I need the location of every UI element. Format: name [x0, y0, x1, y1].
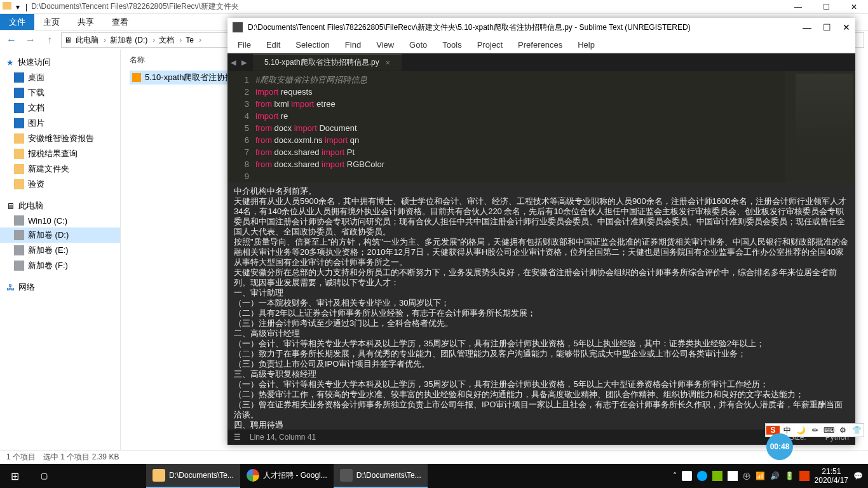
tab-next-icon[interactable]: ▶ [241, 58, 247, 67]
menu-project[interactable]: Project [471, 39, 509, 51]
taskbar-app[interactable]: D:\Documents\Te... [334, 464, 428, 488]
nav-item[interactable]: 下载 [0, 85, 120, 100]
nav-item[interactable]: 桌面 [0, 70, 120, 85]
task-view-button[interactable]: ▢ [29, 464, 58, 488]
system-tray[interactable]: ˄ ㊥ 📶 🔊 🔋 21:51 2020/4/17 💬 [668, 467, 868, 485]
sublime-file-icon [132, 73, 141, 82]
code-editor[interactable]: 123456789 #爬取安徽省注协官网招聘信息 import requests… [227, 71, 855, 182]
taskbar-app[interactable]: D:\Documents\Te... [146, 464, 240, 488]
menu-edit[interactable]: Edit [260, 39, 287, 51]
drive-item[interactable]: 新加卷 (D:) [0, 227, 120, 243]
ime-button[interactable]: 👕 [850, 426, 864, 435]
network-header[interactable]: 🖧网络 [0, 280, 120, 295]
explorer-titlebar[interactable]: ▾ | D:\Documents\Tencent Files\782262805… [0, 0, 868, 14]
file-item[interactable]: 5.10-xpath爬取省注协招 [130, 71, 236, 85]
ribbon-home[interactable]: 主页 [34, 14, 69, 30]
tab-label: 5.10-xpath爬取省注协招聘信息.py [264, 57, 379, 68]
sublime-status-bar: ☰ Line 14, Column 41 Tab Size: Python [227, 430, 855, 445]
minimize-button[interactable]: — [803, 22, 811, 32]
folder-icon [3, 2, 11, 10]
pinned-powerpoint[interactable] [58, 464, 88, 488]
sogou-tray-icon[interactable] [799, 471, 810, 481]
qat-icon[interactable]: ▾ [13, 2, 23, 12]
menu-selection[interactable]: Selection [289, 39, 336, 51]
menu-file[interactable]: File [231, 39, 257, 51]
action-center-icon[interactable]: 💬 [853, 471, 863, 480]
nav-item[interactable]: 验资 [0, 177, 120, 192]
nav-item[interactable]: 报税结果查询 [0, 146, 120, 161]
close-button[interactable]: ✕ [840, 0, 868, 14]
tray-icon[interactable] [682, 471, 692, 481]
ribbon-share[interactable]: 共享 [69, 14, 103, 30]
status-item-count: 1 个项目 [6, 452, 36, 463]
crumb[interactable]: 此电脑 [76, 35, 106, 46]
ime-button[interactable]: 🌙 [794, 426, 808, 435]
ime-icon[interactable]: ㊥ [743, 471, 750, 482]
tray-icon[interactable] [697, 471, 707, 481]
start-button[interactable]: ⊞ [0, 464, 29, 488]
menu-goto[interactable]: Goto [403, 39, 433, 51]
tab-prev-icon[interactable]: ◀ [231, 58, 236, 67]
taskbar: ⊞ ▢ D:\Documents\Te...人才招聘 - Googl...D:\… [0, 464, 868, 488]
crumb[interactable]: 新加卷 (D:) [110, 35, 155, 46]
gutter: 123456789 [227, 71, 255, 182]
output-panel[interactable]: 中介机构中名列前茅。 天健拥有从业人员5900余名，其中拥有博士、硕士学位和会计… [227, 182, 855, 430]
pinned-word[interactable] [88, 464, 117, 488]
up-button[interactable]: ↑ [42, 34, 57, 46]
sublime-titlebar[interactable]: D:\Documents\Tencent Files\782262805\Fil… [227, 18, 855, 37]
pc-icon: 🖥 [64, 36, 72, 44]
menu-bar: FileEditSelectionFindViewGotoToolsProjec… [227, 37, 855, 53]
ime-button[interactable]: ✏ [808, 426, 822, 435]
clock[interactable]: 21:51 2020/4/17 [815, 467, 848, 485]
nav-pane[interactable]: ★快速访问 桌面下载文档图片安徽维智验资报告报税结果查询新建文件夹验资 🖥此电脑… [0, 50, 121, 450]
sublime-icon [233, 22, 243, 32]
menu-view[interactable]: View [370, 39, 400, 51]
close-button[interactable]: ✕ [843, 22, 850, 32]
crumb[interactable]: Te [186, 36, 201, 44]
nav-item[interactable]: 安徽维智验资报告 [0, 131, 120, 146]
menu-help[interactable]: Help [571, 39, 601, 51]
minimap[interactable] [785, 71, 855, 182]
drive-item[interactable]: Win10 (C:) [0, 214, 120, 227]
ime-button[interactable]: ⚙ [836, 426, 850, 435]
ribbon-file[interactable]: 文件 [0, 14, 34, 30]
menu-tools[interactable]: Tools [436, 39, 468, 51]
file-name: 5.10-xpath爬取省注协招 [145, 72, 233, 83]
recording-timer-badge[interactable]: 00:48 [766, 433, 793, 460]
nav-item[interactable]: 新建文件夹 [0, 161, 120, 177]
tab-bar: ◀▶ 5.10-xpath爬取省注协招聘信息.py × [227, 53, 855, 71]
this-pc-header[interactable]: 🖥此电脑 [0, 198, 120, 214]
sublime-title: D:\Documents\Tencent Files\782262805\Fil… [248, 22, 691, 33]
volume-icon[interactable]: 🔊 [770, 471, 780, 480]
nvidia-icon[interactable] [712, 471, 722, 481]
ribbon-view[interactable]: 查看 [103, 14, 137, 30]
menu-preferences[interactable]: Preferences [512, 39, 569, 51]
minimize-button[interactable]: — [784, 0, 812, 14]
nav-item[interactable]: 图片 [0, 116, 120, 131]
battery-icon[interactable]: 🔋 [785, 471, 794, 480]
drive-item[interactable]: 新加卷 (E:) [0, 243, 120, 258]
tray-up-icon[interactable]: ˄ [673, 471, 677, 480]
back-button[interactable]: ← [4, 34, 19, 46]
quick-access-header[interactable]: ★快速访问 [0, 55, 120, 70]
tray-icon[interactable] [728, 471, 738, 481]
nav-item[interactable]: 文档 [0, 100, 120, 116]
maximize-button[interactable]: ☐ [812, 0, 840, 14]
tab-close-icon[interactable]: × [386, 58, 390, 67]
window-path: D:\Documents\Tencent Files\782262805\Fil… [31, 1, 239, 12]
menu-find[interactable]: Find [339, 39, 367, 51]
pinned-excel[interactable] [117, 464, 146, 488]
source-code[interactable]: #爬取安徽省注协官网招聘信息 import requests from lxml… [255, 71, 785, 182]
maximize-button[interactable]: ☐ [823, 22, 831, 32]
wifi-icon[interactable]: 📶 [756, 471, 765, 480]
cursor-position: Line 14, Column 41 [250, 433, 316, 442]
menu-icon[interactable]: ☰ [234, 433, 241, 442]
ime-button[interactable]: ⌨ [822, 426, 836, 435]
status-bar: 1 个项目 选中 1 个项目 2.39 KB [0, 450, 868, 464]
taskbar-app[interactable]: 人才招聘 - Googl... [240, 464, 334, 488]
crumb[interactable]: 文档 [159, 35, 182, 46]
forward-button[interactable]: → [23, 34, 38, 46]
status-selection: 选中 1 个项目 2.39 KB [43, 452, 119, 463]
drive-item[interactable]: 新加卷 (F:) [0, 258, 120, 273]
editor-tab[interactable]: 5.10-xpath爬取省注协招聘信息.py × [253, 54, 402, 71]
